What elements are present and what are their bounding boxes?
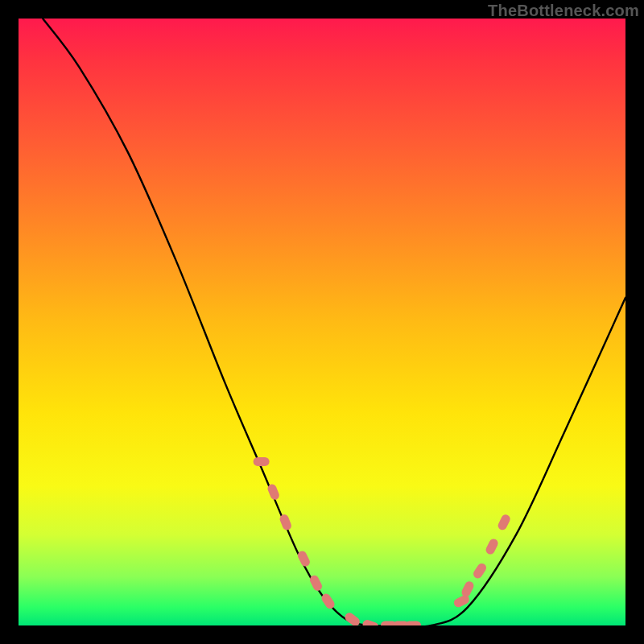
marker-point: [460, 580, 476, 598]
marker-point: [343, 611, 361, 625]
chart-svg: [19, 19, 625, 625]
marker-point: [485, 538, 500, 556]
marker-point: [497, 513, 512, 531]
marker-point: [254, 457, 270, 466]
bottleneck-curve: [43, 19, 625, 625]
watermark-text: TheBottleneck.com: [488, 2, 639, 20]
marker-point: [361, 619, 379, 625]
chart-frame: [19, 19, 625, 625]
curve-layer: [43, 19, 625, 625]
marker-point: [472, 562, 488, 580]
marker-point: [405, 621, 421, 626]
